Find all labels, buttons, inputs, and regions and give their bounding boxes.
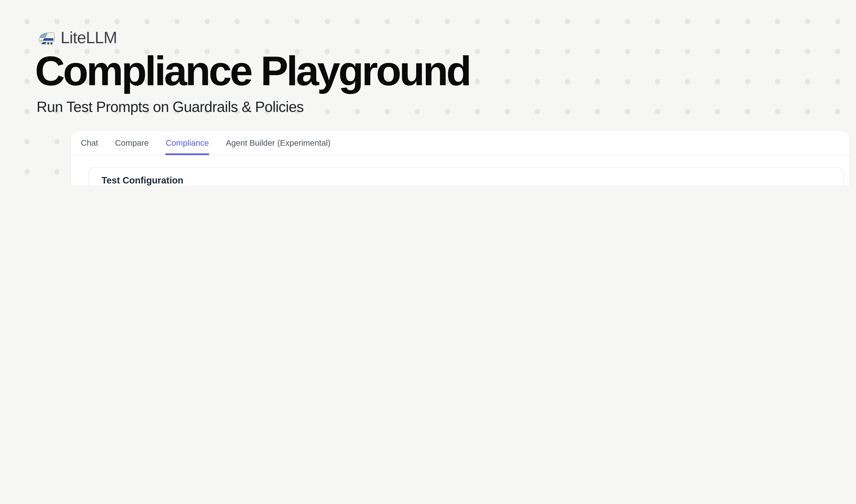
train-logo-icon xyxy=(37,30,56,45)
page-title: Compliance Playground xyxy=(35,47,470,94)
tab-chat[interactable]: Chat xyxy=(81,131,98,155)
tab-compare[interactable]: Compare xyxy=(115,131,149,155)
compliance-playground-page: LiteLLM Compliance Playground Run Test P… xyxy=(0,0,856,185)
nav-tabbar: Chat Compare Compliance Agent Builder (E… xyxy=(71,131,849,156)
main-card: Chat Compare Compliance Agent Builder (E… xyxy=(71,131,849,185)
page-subtitle: Run Test Prompts on Guardrails & Policie… xyxy=(37,99,304,116)
test-configuration-section: Test Configuration Select policies, guar… xyxy=(88,167,844,185)
tab-compliance[interactable]: Compliance xyxy=(165,131,209,155)
config-title: Test Configuration xyxy=(102,175,183,185)
brand-name: LiteLLM xyxy=(61,28,117,47)
tab-agent-builder[interactable]: Agent Builder (Experimental) xyxy=(226,131,331,155)
brand: LiteLLM xyxy=(37,28,117,47)
